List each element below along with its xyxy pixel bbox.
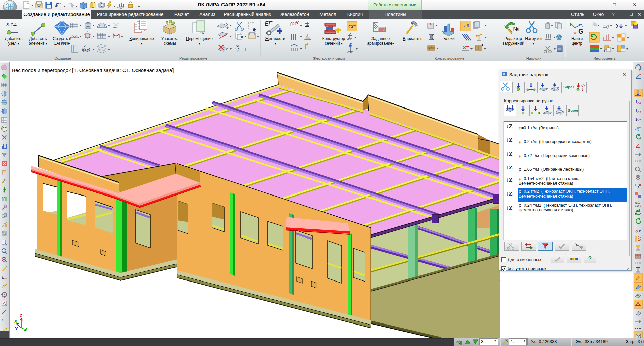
svg-text:C: C — [604, 49, 606, 53]
svg-text:L: L — [2, 275, 4, 280]
svg-text:EF: EF — [265, 20, 273, 27]
svg-text:1: 1 — [635, 183, 637, 187]
svg-text:X: X — [14, 319, 17, 324]
svg-text:XY: XY — [637, 110, 641, 113]
svg-text:1: 1 — [635, 213, 636, 216]
svg-text:XZ: XZ — [637, 101, 641, 104]
svg-text:z=: z= — [84, 44, 88, 48]
svg-text:2: 2 — [355, 28, 357, 31]
svg-text:Super: Super — [563, 85, 574, 89]
svg-text:i: i — [635, 221, 635, 225]
svg-text:Σ: Σ — [615, 22, 620, 30]
svg-text:2: 2 — [637, 186, 639, 190]
svg-text:Y: Y — [15, 326, 18, 331]
svg-text:EF: EF — [635, 227, 639, 231]
svg-text:f(x,y): f(x,y) — [82, 48, 90, 52]
svg-text:12): 12) — [603, 24, 609, 29]
svg-text:1,2...: 1,2... — [235, 48, 242, 52]
svg-text:№: № — [236, 44, 239, 48]
svg-text:X,Y,Z: X,Y,Z — [6, 21, 17, 27]
svg-text:YZ: YZ — [637, 119, 641, 122]
svg-text:G: G — [578, 28, 584, 35]
svg-text:1.2: 1.2 — [635, 204, 639, 207]
svg-text:L=: L= — [2, 319, 6, 323]
svg-text:1: 1 — [354, 23, 356, 26]
svg-text:Z: Z — [20, 313, 22, 318]
svg-text:EF: EF — [2, 127, 7, 131]
svg-text:t: t — [582, 87, 583, 91]
svg-text:№: № — [513, 26, 519, 32]
svg-text:Super: Super — [568, 108, 578, 112]
svg-text:№: № — [458, 342, 462, 345]
